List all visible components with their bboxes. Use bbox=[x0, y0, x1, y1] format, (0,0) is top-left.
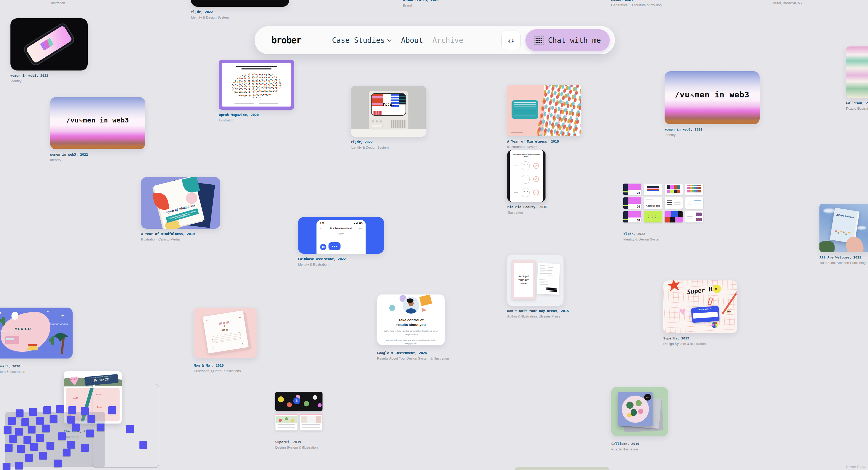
nav-item-about[interactable]: About bbox=[401, 36, 423, 45]
puzzle-piece[interactable] bbox=[3, 463, 10, 470]
mexico-map-artwork: ✦ ✦ ✦ ✦ MEXICO PACIFIC OCEAN GULF OF MEX… bbox=[0, 308, 72, 358]
puzzle-piece[interactable] bbox=[81, 407, 89, 415]
face-illustration bbox=[522, 161, 530, 170]
puzzle-piece[interactable] bbox=[67, 441, 75, 448]
puzzle-piece[interactable] bbox=[67, 416, 75, 424]
puzzle-piece[interactable] bbox=[72, 424, 80, 431]
top-nav: brober Case Studies About Archive ☼ Chat… bbox=[255, 26, 615, 54]
puzzle-piece[interactable] bbox=[36, 434, 44, 442]
asterisk-icon: ✳ bbox=[726, 308, 731, 315]
puzzle-piece[interactable] bbox=[28, 426, 35, 433]
puzzle-piece[interactable] bbox=[4, 426, 11, 434]
puzzle-box-artwork: 1000 bbox=[611, 387, 668, 436]
project-card-women-in-web3-right[interactable]: /vu✳men in web3 women in web3, 2022 Iden… bbox=[664, 71, 760, 137]
project-card-tldr-guidelines[interactable]: 03 04 Aeonik Fono 05 tl;dr, 2022 Identit… bbox=[623, 184, 703, 241]
logo[interactable]: brober bbox=[271, 35, 301, 45]
gradient-swatch-artwork bbox=[846, 46, 868, 98]
puzzle-piece[interactable] bbox=[17, 445, 25, 453]
puzzle-piece[interactable] bbox=[43, 406, 51, 414]
project-card-superhi-site[interactable]: 8 SuperHi, 2019 Design System & Illustra… bbox=[275, 391, 322, 449]
project-card-google-instrument[interactable]: Take control ofresults about you We're h… bbox=[377, 294, 445, 361]
project-card-tldr-hero[interactable]: tl;dr, 2022 Identity & Design System bbox=[191, 0, 289, 19]
chat-with-me-button[interactable]: Chat with me bbox=[525, 29, 610, 51]
gradient-wordmark-artwork: /vu✳men in web3 bbox=[664, 71, 760, 124]
magazine-artwork bbox=[219, 60, 294, 110]
puzzle-piece[interactable] bbox=[46, 442, 54, 450]
sun-icon: ☼ bbox=[507, 35, 515, 45]
project-card-cropped-bottom[interactable] bbox=[515, 467, 609, 470]
project-card-gallison-right[interactable]: Gallison, 2019 Puzzle Illustration bbox=[846, 46, 868, 111]
react-flow-attribution[interactable]: React Flow bbox=[846, 465, 865, 469]
typing-bubble bbox=[329, 242, 341, 250]
puzzle-piece[interactable] bbox=[39, 452, 47, 460]
puzzle-piece[interactable] bbox=[24, 436, 31, 444]
chevron-down-icon bbox=[387, 39, 392, 42]
puzzle-piece[interactable] bbox=[8, 417, 16, 425]
check-icon: ✓ bbox=[533, 190, 539, 195]
tldr-hero-artwork bbox=[191, 0, 289, 7]
puzzle-piece[interactable] bbox=[15, 462, 23, 469]
nav-item-archive[interactable]: Archive bbox=[432, 36, 463, 45]
puzzle-piece[interactable] bbox=[5, 444, 12, 452]
puzzle-piece[interactable] bbox=[25, 454, 33, 462]
project-card-mochi[interactable]: Mochi, 2024 Generative 3D sculture of my… bbox=[611, 0, 662, 7]
puzzle-piece[interactable] bbox=[22, 418, 29, 426]
puzzle-piece[interactable] bbox=[63, 448, 70, 457]
book-spread-artwork bbox=[507, 85, 581, 136]
barcode bbox=[545, 287, 558, 293]
status-icons bbox=[354, 222, 363, 224]
puzzle-piece[interactable] bbox=[58, 432, 66, 440]
check-icon: ✓ bbox=[533, 163, 539, 169]
more-dots-icon: ••• bbox=[359, 227, 363, 229]
face-illustration bbox=[522, 175, 530, 184]
project-card-mia-mia-beauty[interactable]: How much makeup do you typically wear? ✓… bbox=[507, 150, 546, 214]
phone-mockup-artwork bbox=[10, 18, 88, 70]
book-covers-artwork: don't quit your day dream bbox=[507, 255, 563, 306]
puzzle-piece[interactable] bbox=[140, 441, 147, 449]
project-card-walmart[interactable]: ✦ ✦ ✦ ✦ MEXICO PACIFIC OCEAN GULF OF MEX… bbox=[0, 308, 72, 374]
puzzle-piece[interactable] bbox=[16, 409, 24, 417]
puzzle-piece[interactable] bbox=[29, 408, 37, 416]
project-card-superhi-doodles[interactable]: Super Hi H ! ♥ HI! my name is ✳ SuperHi,… bbox=[663, 280, 737, 346]
project-card-women-in-web3-left[interactable]: /vu✳men in web3 women in web3, 2022 Iden… bbox=[50, 97, 145, 162]
puzzle-piece[interactable] bbox=[108, 406, 116, 414]
puzzle-piece[interactable] bbox=[56, 405, 64, 413]
puzzle-piece[interactable] bbox=[126, 425, 134, 433]
chat-app-artwork: 3:57 ← Coinbase Assistant ••• TODAY bbox=[298, 217, 384, 254]
project-card-tldr-tv[interactable]: tl;d. tl;dr, 2022 Identity & Design Syst… bbox=[351, 86, 427, 149]
puzzle-piece[interactable] bbox=[50, 415, 57, 423]
project-card-cropped-illustration[interactable]: Illustration bbox=[50, 1, 65, 5]
project-card-gallison-puzzle[interactable]: 1000 Gallison, 2019 Puzzle Illustration bbox=[611, 387, 668, 451]
back-arrow-icon: ← bbox=[320, 227, 322, 230]
face-illustration bbox=[522, 188, 530, 197]
project-card-coinbase-assistant[interactable]: 3:57 ← Coinbase Assistant ••• TODAY Coin… bbox=[298, 217, 384, 266]
project-card-mindfulness-book[interactable]: a year of mindfulness A 52-Week Guided J… bbox=[141, 177, 220, 241]
puzzle-piece[interactable] bbox=[30, 443, 38, 451]
puzzle-piece[interactable] bbox=[68, 406, 76, 414]
puzzle-piece[interactable] bbox=[36, 417, 44, 425]
puzzle-piece[interactable] bbox=[54, 460, 62, 467]
project-card-mural[interactable]: Mural, Brooklyn, NY bbox=[772, 1, 803, 5]
project-card-oprah-magazine[interactable]: Oprah Magazine, 2020 Illustration bbox=[219, 60, 294, 122]
journal-cover-artwork: a year of mindfulness A 52-Week Guided J… bbox=[141, 177, 220, 229]
project-card-dont-quit[interactable]: don't quit your day dream Don't Quit You… bbox=[507, 255, 563, 318]
theme-toggle-button[interactable]: ☼ bbox=[501, 31, 521, 50]
sticker-strip-artwork: 8 bbox=[275, 391, 322, 431]
project-card-all-are-welcome[interactable]: All Are Welcome All Are Welcome, 2021 Il… bbox=[819, 203, 868, 265]
project-canvas[interactable]: brober Case Studies About Archive ☼ Chat… bbox=[0, 0, 868, 470]
project-card-mindfulness-spread[interactable]: A Year of Minfulness, 2019 Illustration … bbox=[507, 85, 581, 149]
project-card-mom-and-me[interactable]: mom&me ✶ ♥ ☽ ✷ Mom & Me , 2016 Illustrat… bbox=[194, 308, 257, 373]
puzzle-piece[interactable] bbox=[86, 430, 94, 437]
project-card-women-in-web3-phone[interactable]: women in web3, 2022 Identity bbox=[10, 18, 88, 83]
puzzle-piece[interactable] bbox=[88, 415, 95, 423]
doodle-collage-artwork: Super Hi H ! ♥ HI! my name is ✳ bbox=[663, 280, 737, 333]
puzzle-piece[interactable] bbox=[9, 435, 17, 443]
puzzle-piece[interactable] bbox=[15, 428, 23, 436]
puzzle-piece[interactable] bbox=[42, 425, 50, 432]
nav-item-case-studies[interactable]: Case Studies bbox=[332, 36, 392, 45]
project-card-bison-trails[interactable]: Bison Trails, 2021 Brand bbox=[403, 0, 439, 7]
puzzle-piece[interactable] bbox=[97, 424, 104, 431]
check-icon: ✓ bbox=[533, 176, 539, 182]
webpage-screenshot bbox=[275, 413, 298, 431]
puzzle-piece[interactable] bbox=[81, 444, 89, 452]
